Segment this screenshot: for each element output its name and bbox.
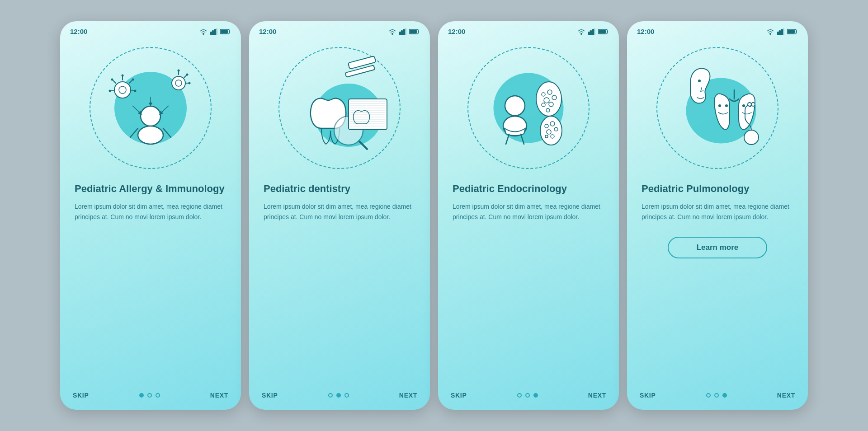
svg-rect-59 (594, 28, 596, 35)
dot-1-2[interactable] (147, 393, 152, 398)
illustration-dentistry (249, 38, 430, 178)
svg-point-93 (744, 130, 759, 145)
card-body-endocrinology: Lorem ipsum dolor sit dim amet, mea regi… (453, 201, 604, 222)
dot-1-3[interactable] (156, 393, 160, 398)
illustration-pulmonology (627, 38, 808, 178)
svg-line-26 (184, 75, 186, 78)
svg-line-8 (130, 128, 138, 137)
dots-2 (328, 393, 349, 398)
svg-point-94 (748, 103, 751, 106)
content-pulmonology: Pediatric Pulmonology Lorem ipsum dolor … (627, 178, 808, 385)
svg-rect-38 (410, 30, 416, 33)
phone-dentistry: 12:00 (249, 21, 430, 410)
dot-1-1[interactable] (139, 393, 144, 398)
dot-3-2[interactable] (525, 393, 530, 398)
next-btn-3[interactable]: NEXT (588, 392, 606, 399)
svg-rect-0 (210, 32, 212, 35)
svg-point-25 (178, 70, 180, 72)
skip-btn-1[interactable]: SKIP (73, 392, 89, 399)
card-body-allergy: Lorem ipsum dolor sit dim amet, mea regi… (75, 201, 226, 222)
content-allergy: Pediatric Allergy & Immunology Lorem ips… (60, 178, 241, 385)
card-title-endocrinology: Pediatric Endocrinology (453, 183, 604, 195)
dots-3 (517, 393, 538, 398)
svg-rect-1 (212, 31, 214, 35)
svg-line-31 (160, 106, 169, 113)
svg-point-87 (698, 80, 701, 82)
status-bar-4: 12:00 (627, 21, 808, 38)
card-title-allergy: Pediatric Allergy & Immunology (75, 183, 226, 195)
endocrinology-svg (467, 47, 590, 169)
next-btn-2[interactable]: NEXT (399, 392, 417, 399)
status-bar-3: 12:00 (438, 21, 619, 38)
svg-line-9 (163, 128, 171, 137)
svg-point-6 (141, 106, 160, 126)
learn-more-button[interactable]: Learn more (668, 237, 767, 258)
next-btn-1[interactable]: NEXT (210, 392, 228, 399)
status-icons-4 (766, 28, 798, 35)
dots-4 (706, 393, 727, 398)
status-icons-3 (577, 28, 609, 35)
illustration-endocrinology (438, 38, 619, 178)
dot-2-2[interactable] (336, 393, 341, 398)
battery-icon (220, 29, 231, 34)
svg-point-74 (540, 116, 562, 145)
svg-point-27 (186, 74, 189, 76)
svg-line-30 (132, 106, 141, 113)
svg-point-7 (138, 126, 163, 144)
svg-point-15 (132, 79, 134, 81)
phone-allergy: 12:00 (60, 21, 241, 410)
dot-2-3[interactable] (344, 393, 349, 398)
wifi-icon-2 (388, 28, 396, 35)
time-3: 12:00 (448, 28, 465, 35)
status-icons-2 (388, 28, 420, 35)
skip-btn-4[interactable]: SKIP (640, 392, 656, 399)
nav-bar-3: SKIP NEXT (438, 385, 619, 399)
svg-rect-57 (590, 31, 592, 35)
card-body-dentistry: Lorem ipsum dolor sit dim amet, mea regi… (264, 201, 415, 222)
dot-4-3[interactable] (722, 393, 727, 398)
illustration-allergy (60, 38, 241, 178)
time-1: 12:00 (70, 28, 87, 35)
svg-point-19 (109, 90, 111, 92)
svg-point-22 (172, 76, 185, 90)
battery-icon-3 (598, 29, 609, 34)
skip-btn-3[interactable]: SKIP (451, 392, 467, 399)
card-body-pulmonology: Lorem ipsum dolor sit dim amet, mea regi… (642, 201, 793, 222)
dot-4-1[interactable] (706, 393, 711, 398)
phones-container: 12:00 (60, 21, 808, 410)
svg-point-95 (751, 103, 755, 106)
wifi-icon-3 (577, 28, 585, 35)
card-title-dentistry: Pediatric dentistry (264, 183, 415, 195)
wifi-icon-4 (766, 28, 774, 35)
svg-line-65 (521, 134, 524, 144)
svg-rect-81 (777, 32, 778, 35)
svg-rect-83 (781, 29, 783, 35)
nav-bar-2: SKIP NEXT (249, 385, 430, 399)
signal-icon (210, 28, 217, 35)
dot-3-1[interactable] (517, 393, 522, 398)
svg-rect-2 (214, 29, 216, 35)
svg-rect-61 (599, 30, 605, 33)
dot-2-1[interactable] (328, 393, 333, 398)
content-endocrinology: Pediatric Endocrinology Lorem ipsum dolo… (438, 178, 619, 385)
svg-point-89 (725, 104, 728, 107)
svg-rect-33 (399, 32, 401, 35)
svg-rect-3 (217, 28, 218, 35)
svg-point-62 (505, 96, 525, 116)
svg-rect-35 (403, 29, 405, 35)
next-btn-4[interactable]: NEXT (777, 392, 795, 399)
time-4: 12:00 (637, 28, 654, 35)
phone-pulmonology: 12:00 (627, 21, 808, 410)
svg-point-21 (111, 79, 113, 81)
dot-4-2[interactable] (714, 393, 719, 398)
status-icons-1 (199, 28, 231, 35)
dot-3-3[interactable] (533, 393, 538, 398)
svg-point-17 (134, 90, 137, 92)
svg-rect-82 (779, 31, 781, 35)
svg-point-13 (122, 75, 124, 77)
wifi-icon (199, 28, 208, 35)
signal-icon-4 (777, 28, 784, 35)
svg-line-64 (506, 134, 509, 144)
skip-btn-2[interactable]: SKIP (262, 392, 278, 399)
time-2: 12:00 (259, 28, 276, 35)
